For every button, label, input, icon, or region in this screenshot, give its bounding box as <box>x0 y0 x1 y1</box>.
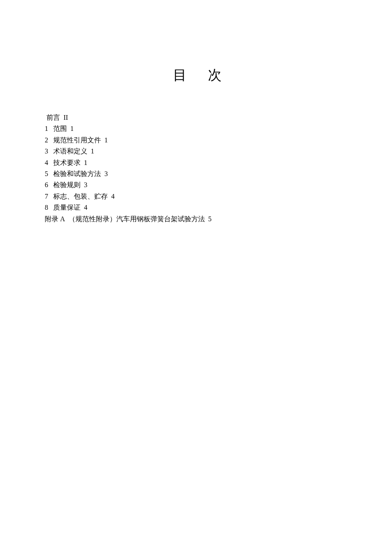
toc-item: 7 标志、包装、贮存 4 <box>45 191 349 202</box>
document-page: 目次 前言 II 1 范围 1 2 规范性引用文件 1 3 术语和定义 1 4 … <box>0 0 392 225</box>
toc-item-page: 3 <box>104 170 108 177</box>
toc-item: 8 质量保证 4 <box>45 202 349 213</box>
toc-item-page: 3 <box>84 181 87 188</box>
toc-appendix-label: （规范性附录）汽车用钢板弹簧台架试验方法 <box>69 215 205 223</box>
toc-item: 4 技术要求 1 <box>45 157 349 168</box>
toc-item-num: 6 <box>45 179 50 191</box>
toc-item-label: 检验规则 <box>53 181 81 188</box>
toc-item-label: 范围 <box>53 125 67 132</box>
toc-item-page: 1 <box>91 147 94 155</box>
toc-preface-page: II <box>63 114 68 121</box>
toc-item-num: 2 <box>45 135 50 146</box>
toc-item-label: 技术要求 <box>53 159 81 166</box>
toc-item-num: 4 <box>45 157 50 168</box>
toc-item-num: 3 <box>45 146 50 157</box>
toc-appendix-num: 附录 A <box>45 214 65 225</box>
toc-item-label: 标志、包装、贮存 <box>53 193 108 200</box>
toc-item: 5 检验和试验方法 3 <box>45 168 349 179</box>
toc-item: 3 术语和定义 1 <box>45 146 349 157</box>
toc-preface-label: 前言 <box>46 114 60 121</box>
toc-item-label: 质量保证 <box>53 204 81 211</box>
toc-item-page: 4 <box>84 204 87 211</box>
toc-preface: 前言 II <box>45 112 349 123</box>
toc-appendix-page: 5 <box>208 215 212 223</box>
toc-item-label: 术语和定义 <box>53 147 87 155</box>
toc-item-num: 7 <box>45 191 50 202</box>
toc-item-page: 4 <box>111 193 115 200</box>
toc-item: 1 范围 1 <box>45 123 349 134</box>
toc-title: 目次 <box>45 66 349 85</box>
toc-item-num: 5 <box>45 168 50 179</box>
table-of-contents: 前言 II 1 范围 1 2 规范性引用文件 1 3 术语和定义 1 4 技术要… <box>45 112 349 225</box>
toc-item-page: 1 <box>70 125 74 132</box>
toc-appendix: 附录 A （规范性附录）汽车用钢板弹簧台架试验方法 5 <box>45 214 349 225</box>
toc-item-num: 8 <box>45 202 50 213</box>
toc-item: 6 检验规则 3 <box>45 179 349 191</box>
toc-item-page: 1 <box>84 159 87 166</box>
toc-item-label: 规范性引用文件 <box>53 136 101 144</box>
toc-item-label: 检验和试验方法 <box>53 170 101 177</box>
toc-item: 2 规范性引用文件 1 <box>45 135 349 146</box>
toc-item-num: 1 <box>45 123 50 134</box>
toc-item-page: 1 <box>104 136 108 144</box>
